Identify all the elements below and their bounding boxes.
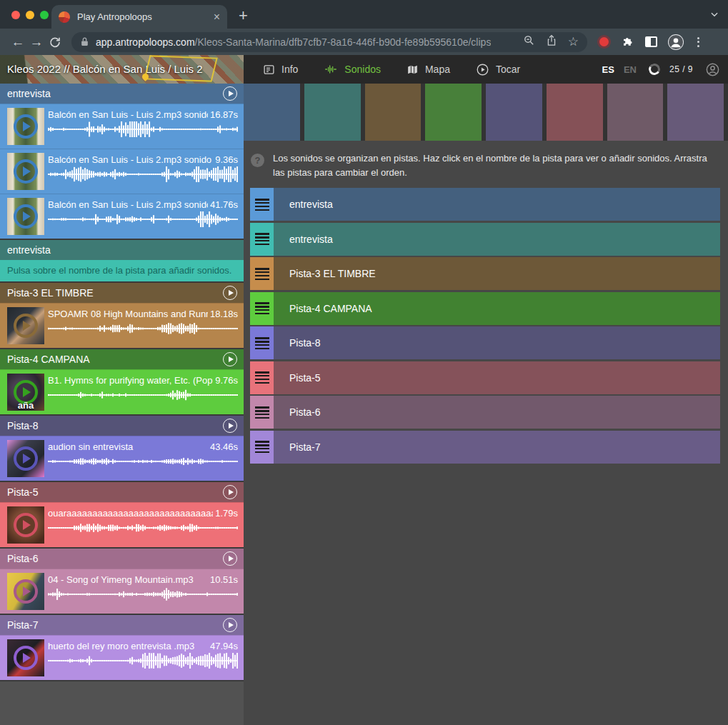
clip-thumbnail[interactable] (7, 198, 44, 235)
play-track-button[interactable] (223, 618, 237, 632)
play-track-button[interactable] (223, 419, 237, 433)
tab-close-icon[interactable]: × (214, 11, 220, 23)
audio-clip[interactable]: Balcón en San Luis - Luis 2.mp3 sonido h… (0, 149, 244, 194)
play-icon (23, 121, 31, 131)
drag-handle[interactable] (250, 257, 274, 290)
load-counter: 25 / 9 (669, 64, 693, 74)
sidebar-track-header[interactable]: entrevista (0, 240, 244, 260)
back-button[interactable]: ← (9, 34, 27, 50)
clip-waveform[interactable] (48, 652, 238, 669)
sidebar-track-header[interactable]: Pista-6 (0, 549, 244, 569)
nav-item-info[interactable]: Info (263, 64, 298, 76)
minimize-window-button[interactable] (26, 11, 34, 19)
clip-play-button[interactable] (14, 314, 38, 338)
zoom-window-button[interactable] (40, 11, 49, 19)
browser-menu-icon[interactable] (694, 37, 702, 47)
profile-avatar[interactable] (668, 34, 684, 50)
account-icon[interactable] (705, 62, 720, 77)
drag-handle[interactable] (250, 361, 274, 394)
clip-thumbnail[interactable] (7, 573, 44, 610)
sidebar-track-header[interactable]: entrevista (0, 84, 244, 104)
track-row[interactable]: Pista-5 (250, 361, 720, 394)
url-bar[interactable]: app.antropoloops.com/Kleos-Santa-Marina/… (71, 32, 587, 52)
new-tab-button[interactable]: + (239, 6, 248, 25)
audio-clip[interactable]: SPOAMR 08 High Mountains and Running ...… (0, 303, 244, 348)
sidebar-track-header[interactable]: Pista-4 CAMPANA (0, 349, 244, 369)
bookmark-star-icon[interactable]: ☆ (568, 36, 579, 48)
track-row[interactable]: Pista-4 CAMPANA (250, 292, 720, 325)
share-icon[interactable] (546, 34, 557, 49)
sidebar-track-header[interactable]: Pista-8 (0, 416, 244, 436)
lock-icon[interactable] (80, 36, 89, 47)
audio-clip[interactable]: Balcón en San Luis - Luis 2.mp3 sonido h… (0, 104, 244, 149)
audio-clip[interactable]: aña B1. Hymns for purifying water, Etc. … (0, 369, 244, 414)
sidebar-track-header[interactable]: Pista-7 (0, 615, 244, 635)
clip-play-button[interactable] (14, 646, 38, 670)
play-track-button[interactable] (223, 352, 237, 366)
reload-button[interactable] (46, 36, 64, 49)
language-en[interactable]: EN (624, 64, 637, 75)
extensions-puzzle-icon[interactable] (622, 34, 634, 50)
clip-thumbnail[interactable] (7, 307, 44, 344)
play-track-button[interactable] (223, 485, 237, 499)
track-row[interactable]: Pista-8 (250, 326, 720, 359)
drag-handle[interactable] (250, 188, 274, 221)
record-extension-icon[interactable] (599, 37, 609, 46)
language-es[interactable]: ES (602, 64, 614, 75)
clip-waveform[interactable] (48, 519, 238, 536)
drag-handle[interactable] (250, 326, 274, 359)
play-track-button[interactable] (223, 551, 237, 566)
forward-button[interactable]: → (27, 34, 46, 50)
track-row[interactable]: Pista-7 (250, 431, 720, 464)
sidebar-track-header[interactable]: Pista-5 (0, 482, 244, 502)
clip-thumbnail[interactable] (7, 506, 44, 544)
audio-clip[interactable]: ouaraaaaaaaaaaaaaaaaaaaaaaaaaaaaaaaaaaaa… (0, 502, 244, 547)
clip-thumbnail[interactable]: aña (7, 374, 44, 411)
clip-play-button[interactable] (14, 204, 38, 229)
track-color-swatch (365, 84, 422, 141)
clip-waveform[interactable] (48, 386, 238, 404)
clip-waveform[interactable] (48, 166, 238, 183)
clip-play-button[interactable] (14, 446, 38, 471)
help-question-icon[interactable]: ? (251, 154, 264, 167)
clip-waveform[interactable] (48, 453, 238, 470)
clip-thumbnail[interactable] (7, 108, 44, 145)
side-panel-icon[interactable] (645, 36, 657, 47)
clip-play-button[interactable] (14, 513, 38, 537)
audio-clip[interactable]: 04 - Song of Yimeng Mountain.mp3 10.51s (0, 569, 244, 614)
clip-thumbnail[interactable] (7, 639, 44, 676)
track-row[interactable]: Pista-6 (250, 396, 720, 429)
breadcrumb[interactable]: Kleos 2022 // Balcón en San Luis / Luis … (0, 55, 244, 84)
clip-play-button[interactable] (14, 114, 38, 139)
drag-handle[interactable] (250, 223, 274, 256)
track-row[interactable]: entrevista (250, 223, 720, 256)
drag-handle[interactable] (250, 292, 274, 325)
play-track-button[interactable] (223, 86, 237, 101)
track-row[interactable]: Pista-3 EL TIMBRE (250, 257, 720, 290)
clip-play-button[interactable] (14, 579, 38, 604)
audio-clip[interactable]: audion sin entrevista 43.46s (0, 436, 244, 481)
drag-handle[interactable] (250, 431, 274, 464)
drag-handle[interactable] (250, 396, 274, 429)
clip-waveform[interactable] (48, 586, 238, 603)
clip-waveform[interactable] (48, 320, 238, 337)
clip-thumbnail[interactable] (7, 153, 44, 190)
clip-play-button[interactable] (14, 159, 38, 184)
clip-thumbnail[interactable] (7, 440, 44, 477)
clip-waveform[interactable] (48, 121, 238, 138)
zoom-page-icon[interactable] (523, 34, 535, 49)
tab-search-chevron-icon[interactable] (709, 9, 719, 22)
sidebar-track-header[interactable]: Pista-3 EL TIMBRE (0, 283, 244, 303)
nav-item-sonidos[interactable]: Sonidos (324, 64, 381, 75)
clip-waveform[interactable] (48, 211, 238, 228)
play-track-button[interactable] (223, 286, 237, 300)
play-icon (229, 91, 234, 96)
nav-item-tocar[interactable]: Tocar (476, 63, 520, 76)
clip-title: huerto del rey moro entrevista .mp3 (48, 641, 208, 651)
nav-item-mapa[interactable]: Mapa (407, 64, 450, 76)
audio-clip[interactable]: huerto del rey moro entrevista .mp3 47.9… (0, 635, 244, 680)
track-row[interactable]: entrevista (250, 188, 720, 221)
browser-tab[interactable]: Play Antropoloops × (51, 5, 227, 29)
audio-clip[interactable]: Balcón en San Luis - Luis 2.mp3 sonido h… (0, 194, 244, 239)
close-window-button[interactable] (11, 11, 20, 19)
